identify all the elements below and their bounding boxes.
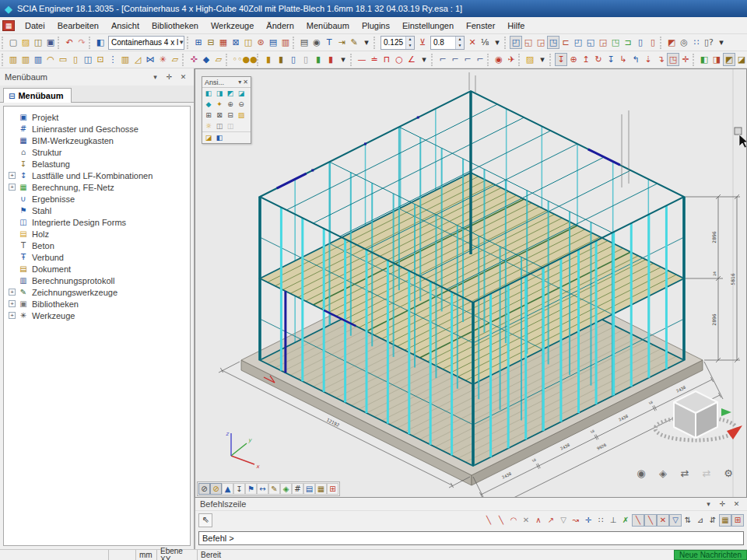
- view-load-icon[interactable]: ✦: [214, 99, 225, 110]
- flip-view-2-icon[interactable]: ⇄: [700, 466, 714, 480]
- snap-line-icon[interactable]: ╲: [482, 514, 495, 527]
- snap-curve-icon[interactable]: ↝: [570, 514, 582, 527]
- hide-selection-icon[interactable]: ◉: [493, 53, 505, 66]
- load-panel-icon[interactable]: ↴: [654, 53, 667, 66]
- new-wall-icon[interactable]: ▯: [69, 53, 82, 66]
- wall-tool-12-icon[interactable]: ▯: [647, 36, 659, 49]
- zoom-window-icon[interactable]: ⊞: [203, 110, 214, 121]
- open-view-folder-icon[interactable]: ▨: [236, 110, 247, 121]
- dialog-a-icon[interactable]: ▤: [267, 36, 279, 49]
- load-target-icon[interactable]: ✛: [679, 53, 692, 66]
- new-panel-icon[interactable]: ◫: [82, 53, 94, 66]
- clip-box-icon[interactable]: ◫: [214, 121, 225, 131]
- spinner-arrows-icon[interactable]: ▲▼: [405, 37, 414, 49]
- profile-rotate-icon[interactable]: ⌐: [461, 53, 474, 66]
- cursor-snap-icon[interactable]: ✛: [582, 514, 594, 527]
- tree-item-holz[interactable]: ▤Holz: [7, 228, 190, 240]
- panel-menu-caret-icon[interactable]: ▾: [149, 72, 161, 83]
- menu-item-einstellungen[interactable]: Einstellungen: [396, 19, 460, 33]
- tree-item-berechnungsprotokoll[interactable]: ▥Berechnungsprotokoll: [7, 275, 190, 286]
- clipboard-icon[interactable]: ◫: [242, 36, 254, 49]
- rotate-ccw-arrow-icon[interactable]: [727, 425, 742, 439]
- surface-load-icon[interactable]: ⊕: [567, 53, 580, 66]
- scale-more-caret-icon[interactable]: ▾: [491, 36, 503, 49]
- toolbar-grip[interactable]: [693, 54, 696, 66]
- tree-expander-icon[interactable]: +: [9, 289, 16, 296]
- show-dimensions-icon[interactable]: ↔: [257, 483, 268, 495]
- add-column-icon[interactable]: ▮: [262, 53, 275, 66]
- fly-view-icon[interactable]: ✈: [505, 53, 517, 66]
- nav-cube-icon[interactable]: ◈: [656, 466, 670, 480]
- menu-item-plugins[interactable]: Plugins: [356, 19, 396, 33]
- clip-toggle-off-icon[interactable]: ⊘: [198, 483, 210, 495]
- import-icon[interactable]: ◩: [665, 36, 678, 49]
- new-haunch-icon[interactable]: ◿: [132, 53, 144, 66]
- search-icon[interactable]: ◎: [678, 36, 690, 49]
- wall-tool-1-icon[interactable]: ◰: [510, 36, 522, 49]
- pointer-mode-icon[interactable]: ⇖: [199, 513, 212, 527]
- dim-circle-icon[interactable]: ○: [393, 53, 405, 66]
- show-supports-icon[interactable]: ▲: [222, 483, 233, 495]
- model-3d-view[interactable]: 2896 24 2896 5816 2438 58 2438 58 2438 5…: [195, 69, 747, 498]
- snap-ortho-icon[interactable]: ✗: [619, 514, 632, 527]
- view-palette-titlebar[interactable]: Ansi... ▾ ✕: [202, 77, 251, 88]
- hinge-icon[interactable]: ◆: [200, 53, 212, 66]
- snap-angle-2-icon[interactable]: ⊿: [694, 514, 707, 527]
- load-grid-icon[interactable]: ◳: [667, 53, 679, 66]
- green-column-icon[interactable]: ▮: [312, 53, 324, 66]
- snap-line-mid-icon[interactable]: ╲: [495, 514, 507, 527]
- mdi-child-icon[interactable]: ▦: [2, 20, 15, 31]
- edit-doc-icon[interactable]: ✎: [348, 36, 360, 49]
- zoom-in-icon[interactable]: ⊕: [225, 99, 236, 110]
- new-project-icon[interactable]: ▢: [7, 36, 19, 49]
- scale-spinner-1[interactable]: 0.125 ▲▼: [381, 36, 415, 50]
- snap-perpendicular-icon[interactable]: ⊥: [607, 514, 619, 527]
- snap-grid-icon[interactable]: ∷: [594, 514, 607, 527]
- flip-view-icon[interactable]: ⇄: [678, 466, 692, 480]
- print-preview-icon[interactable]: ◉: [310, 36, 323, 49]
- export-doc-icon[interactable]: ⇥: [335, 36, 348, 49]
- panel-close-icon[interactable]: ✕: [177, 72, 189, 83]
- menu-item-men-baum[interactable]: Menübaum: [300, 19, 356, 33]
- menu-item-werkzeuge[interactable]: Werkzeuge: [205, 19, 260, 33]
- zoom-selection-icon[interactable]: ⊟: [225, 110, 236, 121]
- cmd-caret-icon[interactable]: ▾: [703, 499, 714, 510]
- tree-expander-icon[interactable]: +: [9, 300, 16, 307]
- show-loads-icon[interactable]: ↧: [233, 483, 245, 495]
- plane-icon[interactable]: ▱: [212, 53, 225, 66]
- snap-off-2-icon[interactable]: ✕: [657, 514, 669, 527]
- snap-angle-icon[interactable]: ⊻: [416, 36, 429, 49]
- menu-item-fenster[interactable]: Fenster: [460, 19, 501, 33]
- snap-filter-icon[interactable]: ▽: [557, 514, 570, 527]
- new-messages-badge[interactable]: Neue Nachrichten: [674, 550, 747, 560]
- new-opening-icon[interactable]: ⊡: [94, 53, 107, 66]
- tree-item-projekt[interactable]: ▣Projekt: [7, 111, 190, 123]
- palette-caret-icon[interactable]: ▾: [238, 79, 241, 86]
- dim-level-icon[interactable]: ≐: [368, 53, 381, 66]
- red-columns-icon[interactable]: ▮: [324, 53, 337, 66]
- command-input[interactable]: Befehl >: [198, 531, 744, 545]
- tree-item-stahl[interactable]: ⚑Stahl: [7, 205, 190, 216]
- toolbar-grip[interactable]: [487, 54, 491, 66]
- new-beam-icon[interactable]: ▥: [19, 53, 32, 66]
- toolbar-grip[interactable]: [350, 54, 354, 66]
- wall-tool-3-icon[interactable]: ◲: [535, 36, 547, 49]
- menu-item-ansicht[interactable]: Ansicht: [105, 19, 146, 33]
- tab-menubaum[interactable]: ⊟ Menübaum: [3, 88, 72, 103]
- wall-tool-4-icon[interactable]: ◳: [547, 36, 559, 49]
- cmd-pin-icon[interactable]: ✛: [717, 499, 728, 510]
- add-column-arrow-icon[interactable]: ▮: [275, 53, 287, 66]
- view-filter-icon[interactable]: ◩: [723, 53, 735, 66]
- tree-expander-icon[interactable]: +: [9, 312, 16, 319]
- view-axo-icon[interactable]: ◪: [236, 88, 247, 99]
- undo-icon[interactable]: ↶: [63, 36, 75, 49]
- model-viewport[interactable]: 2896 24 2896 5816 2438 58 2438 58 2438 5…: [195, 68, 747, 498]
- project-combobox[interactable]: Containerhaus 4 x l ▼: [108, 36, 184, 50]
- tree-item-bibliotheken[interactable]: +▣Bibliotheken: [7, 298, 190, 310]
- menu-item-hilfe[interactable]: Hilfe: [501, 19, 531, 33]
- zoom-border-icon[interactable]: ◉: [634, 466, 648, 480]
- show-mesh-icon[interactable]: ◈: [280, 483, 292, 495]
- profile-mirror-icon[interactable]: ⌐: [474, 53, 486, 66]
- toolbar-grip[interactable]: [2, 54, 5, 66]
- menu-item--ndern[interactable]: Ändern: [260, 19, 300, 33]
